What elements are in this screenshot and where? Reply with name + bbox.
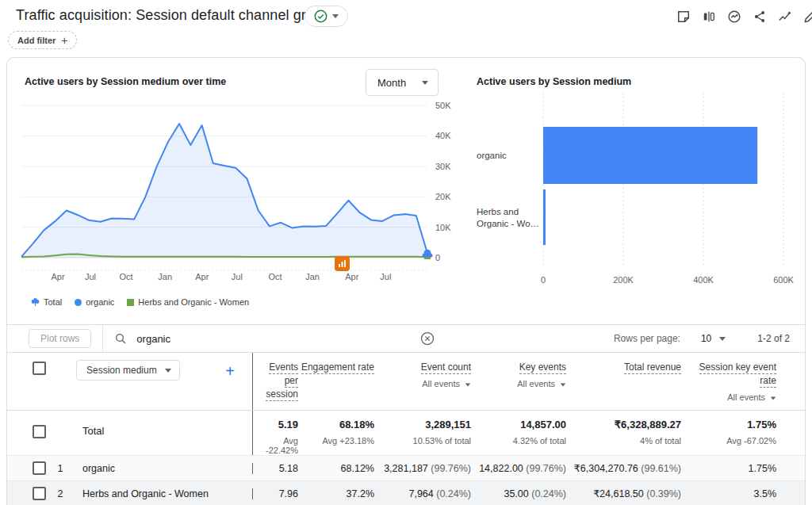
pagination-range: 1-2 of 2 — [757, 333, 790, 344]
event-filter-dropdown[interactable]: All events — [681, 391, 776, 404]
insights-circle-icon[interactable] — [725, 7, 744, 26]
series-marker-icon — [75, 299, 82, 306]
add-filter-button[interactable]: Add filter + — [8, 31, 77, 49]
row-checkbox[interactable] — [33, 487, 46, 500]
note-icon[interactable] — [674, 7, 693, 26]
column-header-key-events[interactable]: Key eventsAll events — [471, 353, 566, 410]
column-header-session-key-event-rate[interactable]: Session key event rateAll events — [681, 353, 776, 410]
check-circle-icon — [314, 10, 327, 23]
column-sort-label[interactable]: Session key event rate — [699, 362, 776, 388]
event-filter-dropdown[interactable]: All events — [374, 377, 471, 391]
table-total-row: Total 5.19Avg -22.42%68.18%Avg +23.18%3,… — [7, 410, 806, 455]
total-metric-cell: 3,289,15110.53% of total — [374, 411, 471, 455]
svg-text:Jan: Jan — [158, 272, 172, 281]
dimension-value: Session medium — [86, 365, 157, 376]
dimension-header-cell: Session medium + — [48, 353, 252, 410]
report-card: Active users by Session medium over time… — [6, 57, 806, 505]
metric-cell: 1.75% — [681, 463, 776, 474]
metric-cell: 3.5% — [681, 488, 776, 499]
row-checkbox[interactable] — [33, 461, 46, 475]
rows-per-page-label: Rows per page: — [614, 333, 680, 344]
page-title: Traffic acquisition: Session default cha… — [16, 7, 330, 24]
table-toolbar: Plot rows Rows per page: 10 1-2 of 2 — [7, 325, 806, 353]
add-column-button[interactable]: + — [220, 360, 239, 382]
search-input[interactable] — [135, 332, 419, 346]
total-marker-icon — [31, 298, 40, 307]
series-marker-icon — [127, 299, 134, 306]
bar-chart-title: Active users by Session medium — [477, 76, 631, 87]
chevron-down-icon — [422, 81, 428, 85]
insight-marker-icon[interactable] — [335, 256, 350, 271]
column-header-event-count[interactable]: Event countAll events — [374, 353, 471, 410]
share-icon[interactable] — [750, 7, 769, 26]
table-header-row: Session medium + Events per sessionEngag… — [7, 353, 806, 410]
svg-text:10K: 10K — [435, 223, 451, 232]
sparkline-insights-icon[interactable] — [776, 7, 795, 26]
dimension-selector[interactable]: Session medium — [76, 360, 180, 381]
line-chart[interactable]: 010K20K30K40K50KAprJulOctJanAprJulOctJan… — [17, 96, 454, 286]
total-metric-cell: ₹6,328,889.274% of total — [566, 411, 681, 455]
column-header-total-revenue[interactable]: Total revenue — [566, 353, 681, 410]
bar[interactable] — [543, 127, 757, 184]
comparison-icon[interactable] — [699, 7, 718, 26]
svg-text:20K: 20K — [435, 192, 451, 201]
svg-text:Organic - Wo…: Organic - Wo… — [477, 219, 539, 228]
search-icon — [114, 332, 127, 345]
table-row: 1organic5.1868.12%3,281,187 (99.76%)14,8… — [7, 455, 806, 480]
chart-legend: TotalorganicHerbs and Organic - Women — [31, 297, 249, 307]
metric-cell: ₹6,304,270.76 (99.61%) — [566, 462, 681, 474]
svg-text:Jul: Jul — [380, 272, 391, 281]
svg-text:Jan: Jan — [305, 272, 320, 281]
svg-text:Oct: Oct — [268, 272, 282, 281]
total-metric-cell: 14,857.004.32% of total — [471, 411, 566, 455]
plot-rows-button[interactable]: Plot rows — [29, 329, 91, 348]
header-checkbox-cell — [7, 353, 48, 410]
row-checkbox-cell — [7, 487, 48, 500]
rows-per-page-value[interactable]: 10 — [701, 333, 711, 344]
svg-text:Jul: Jul — [85, 272, 96, 281]
metric-cell: 5.18 — [252, 463, 298, 474]
add-filter-label: Add filter — [17, 36, 56, 45]
column-sort-label[interactable]: Key events — [519, 362, 566, 374]
column-header-engagement-rate[interactable]: Engagement rate — [298, 353, 374, 410]
row-dimension-value: organic — [72, 463, 252, 474]
data-table: Plot rows Rows per page: 10 1-2 of 2 Ses… — [7, 324, 806, 505]
column-sort-label[interactable]: Events per session — [266, 362, 298, 401]
bar[interactable] — [543, 189, 546, 245]
svg-text:400K: 400K — [693, 275, 714, 285]
chevron-down-icon[interactable] — [719, 337, 726, 341]
metric-cell: ₹24,618.50 (0.39%) — [566, 488, 681, 499]
total-checkbox-cell — [7, 411, 48, 455]
clear-search-icon[interactable] — [419, 331, 435, 346]
total-checkbox[interactable] — [33, 425, 46, 438]
interval-select[interactable]: Month — [366, 69, 439, 96]
svg-text:200K: 200K — [613, 275, 634, 285]
event-filter-dropdown[interactable]: All events — [471, 377, 566, 391]
report-status-dropdown[interactable] — [304, 6, 348, 27]
column-sort-label[interactable]: Event count — [421, 362, 471, 374]
bar-chart[interactable]: 0200K400K600KorganicHerbs andOrganic - W… — [473, 86, 800, 296]
edit-pencil-icon[interactable] — [801, 7, 812, 26]
svg-text:Oct: Oct — [120, 272, 133, 281]
svg-text:30K: 30K — [435, 162, 451, 171]
svg-text:40K: 40K — [435, 131, 451, 140]
svg-text:organic: organic — [477, 151, 507, 160]
svg-text:Herbs and: Herbs and — [477, 207, 519, 216]
table-search[interactable] — [102, 325, 435, 353]
column-sort-label[interactable]: Total revenue — [624, 362, 681, 374]
total-metric-cell: 1.75%Avg -67.02% — [681, 411, 776, 455]
table-row: 2Herbs and Organic - Women7.9637.2%7,964… — [7, 480, 806, 505]
metric-cell: 7.96 — [252, 488, 298, 499]
metric-cell: 14,822.00 (99.76%) — [471, 463, 566, 474]
column-header-events-per-session[interactable]: Events per session — [252, 353, 298, 410]
total-metric-cell: 68.18%Avg +23.18% — [298, 411, 374, 455]
report-toolbar — [674, 7, 812, 26]
select-all-checkbox[interactable] — [33, 362, 46, 375]
metric-cell: 37.2% — [298, 488, 374, 499]
metric-cell: 35.00 (0.24%) — [471, 488, 566, 499]
legend-label: organic — [86, 297, 114, 307]
column-sort-label[interactable]: Engagement rate — [301, 362, 374, 374]
svg-text:Apr: Apr — [195, 272, 209, 281]
svg-text:0: 0 — [541, 275, 546, 285]
line-chart-title: Active users by Session medium over time — [25, 76, 226, 87]
